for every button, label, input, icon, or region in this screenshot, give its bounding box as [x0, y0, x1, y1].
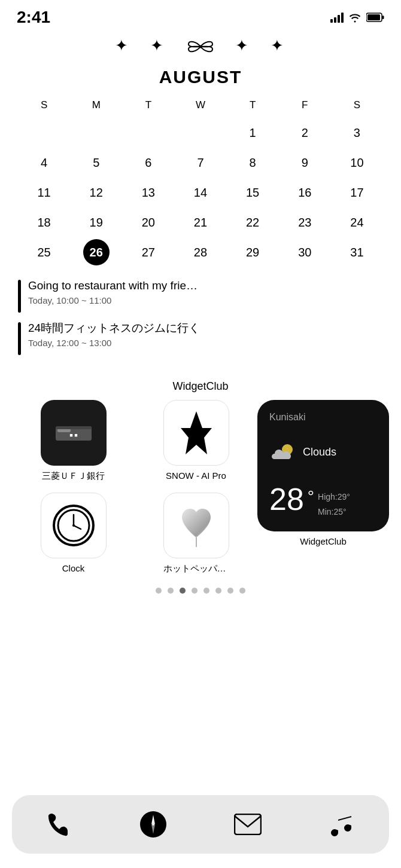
cal-day-6[interactable]: 6	[122, 148, 174, 177]
dot-7[interactable]	[227, 588, 233, 594]
weather-highlow: High:29° Min:25°	[318, 490, 350, 519]
cal-day-9[interactable]: 9	[279, 148, 331, 177]
clock-face	[53, 505, 95, 546]
cal-day-2[interactable]: 2	[279, 118, 331, 147]
hotpepper-icon	[163, 493, 229, 558]
widgetclub-widget-label: WidgetClub	[300, 536, 347, 546]
cal-day-13[interactable]: 13	[122, 178, 174, 207]
event-item-1[interactable]: Going to restaurant with my frie… Today,…	[18, 279, 383, 313]
dock-safari[interactable]	[132, 803, 174, 845]
svg-point-13	[72, 524, 75, 527]
status-icons	[330, 12, 384, 23]
cal-day-empty	[174, 118, 226, 147]
cal-day-4[interactable]: 4	[18, 148, 70, 177]
event-bar	[18, 280, 21, 313]
clock-label: Clock	[62, 563, 85, 573]
event-time-1: Today, 10:00 ~ 11:00	[28, 295, 198, 305]
status-bar: 2:41	[0, 0, 401, 30]
cal-day-28[interactable]: 28	[174, 238, 226, 267]
cal-day-empty	[18, 118, 70, 147]
svg-point-3	[199, 45, 202, 48]
dow-mon: M	[70, 96, 122, 115]
cal-day-5[interactable]: 5	[70, 148, 122, 177]
cal-day-30[interactable]: 30	[279, 238, 331, 267]
weather-condition-text: Clouds	[303, 446, 336, 459]
app-snow[interactable]: SNOW - AI Pro	[135, 400, 257, 482]
dot-4[interactable]	[192, 588, 198, 594]
weather-widget: Kunisaki Clouds 28 ° High:29° Min:25°	[257, 400, 389, 531]
hotpepper-label: ホットペッパーb	[163, 563, 229, 574]
cal-day-18[interactable]: 18	[18, 208, 70, 237]
deco-header: ✦ ✦ ✦ ✦	[0, 30, 401, 61]
dow-thu: T	[227, 96, 279, 115]
dot-5[interactable]	[203, 588, 209, 594]
svg-rect-6	[56, 426, 92, 429]
dock-phone[interactable]	[38, 803, 80, 845]
cal-day-21[interactable]: 21	[174, 208, 226, 237]
bank-label: 三菱ＵＦＪ銀行	[42, 470, 105, 482]
clock-icon	[41, 493, 107, 558]
svg-line-12	[74, 525, 81, 529]
dot-6[interactable]	[215, 588, 221, 594]
dock-mail[interactable]	[227, 803, 269, 845]
svg-point-19	[152, 823, 154, 826]
cal-day-17[interactable]: 17	[331, 178, 383, 207]
widgetclub-section-label: WidgetClub	[0, 369, 401, 400]
event-title-1: Going to restaurant with my frie…	[28, 279, 198, 294]
svg-rect-1	[382, 16, 384, 19]
weather-unit: °	[308, 487, 314, 506]
cal-day-3[interactable]: 3	[331, 118, 383, 147]
dot-1[interactable]	[156, 588, 162, 594]
snow-label: SNOW - AI Pro	[166, 470, 226, 481]
cal-day-22[interactable]: 22	[227, 208, 279, 237]
cal-day-7[interactable]: 7	[174, 148, 226, 177]
cal-day-23[interactable]: 23	[279, 208, 331, 237]
dock-music[interactable]	[321, 803, 363, 845]
cal-day-11[interactable]: 11	[18, 178, 70, 207]
calendar-week-3: 11 12 13 14 15 16 17	[18, 178, 383, 207]
cal-day-25[interactable]: 25	[18, 238, 70, 267]
cal-day-19[interactable]: 19	[70, 208, 122, 237]
svg-rect-2	[367, 14, 380, 20]
cal-day-16[interactable]: 16	[279, 178, 331, 207]
cal-day-1[interactable]: 1	[227, 118, 279, 147]
app-hotpepper[interactable]: ホットペッパーb	[135, 493, 257, 574]
cal-day-14[interactable]: 14	[174, 178, 226, 207]
cal-day-8[interactable]: 8	[227, 148, 279, 177]
cal-day-empty	[122, 118, 174, 147]
event-title-2: 24時間フィットネスのジムに行く	[28, 321, 200, 336]
app-grid: ■ ■ 三菱ＵＦＪ銀行 SNOW - AI Pro Kunisaki Cloud…	[0, 400, 401, 574]
cal-day-26-today[interactable]: 26	[83, 239, 110, 265]
battery-icon	[366, 13, 384, 22]
cal-day-15[interactable]: 15	[227, 178, 279, 207]
app-clock[interactable]: Clock	[12, 493, 135, 574]
status-time: 2:41	[17, 8, 50, 27]
cal-day-27[interactable]: 27	[122, 238, 174, 267]
events-section: Going to restaurant with my frie… Today,…	[0, 268, 401, 369]
event-item-2[interactable]: 24時間フィットネスのジムに行く Today, 12:00 ~ 13:00	[18, 321, 383, 355]
event-content-1: Going to restaurant with my frie… Today,…	[28, 279, 198, 305]
event-content-2: 24時間フィットネスのジムに行く Today, 12:00 ~ 13:00	[28, 321, 200, 348]
cal-day-24[interactable]: 24	[331, 208, 383, 237]
calendar: AUGUST S M T W T F S 1 2 3 4 5 6 7 8 9	[0, 61, 401, 267]
cal-day-31[interactable]: 31	[331, 238, 383, 267]
calendar-week-4: 18 19 20 21 22 23 24	[18, 208, 383, 237]
cal-day-empty	[70, 118, 122, 147]
weather-city: Kunisaki	[269, 412, 377, 423]
calendar-week-2: 4 5 6 7 8 9 10	[18, 148, 383, 177]
cal-day-29[interactable]: 29	[227, 238, 279, 267]
app-weather-widget[interactable]: Kunisaki Clouds 28 ° High:29° Min:25° Wi…	[257, 400, 389, 546]
dot-2[interactable]	[168, 588, 174, 594]
cal-day-20[interactable]: 20	[122, 208, 174, 237]
weather-high: High:29°	[318, 490, 350, 505]
dow-sun: S	[18, 96, 70, 115]
dot-3-active[interactable]	[180, 588, 186, 594]
dot-8[interactable]	[239, 588, 245, 594]
cal-day-10[interactable]: 10	[331, 148, 383, 177]
cal-day-12[interactable]: 12	[70, 178, 122, 207]
calendar-week-1: 1 2 3	[18, 118, 383, 147]
bank-icon: ■ ■	[41, 400, 107, 466]
app-bank[interactable]: ■ ■ 三菱ＵＦＪ銀行	[12, 400, 135, 482]
page-dots	[0, 574, 401, 604]
svg-marker-8	[181, 411, 212, 454]
